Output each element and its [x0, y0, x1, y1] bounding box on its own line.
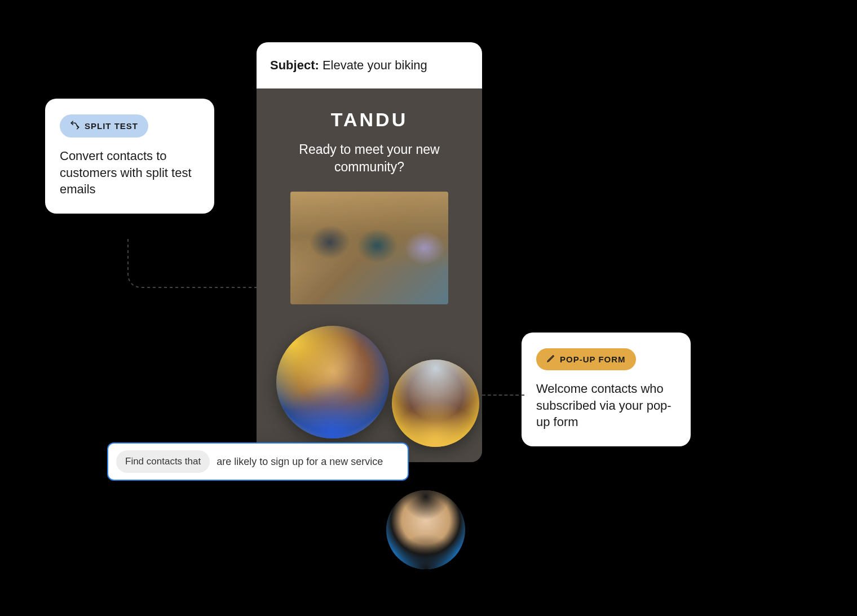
email-hero-image [290, 192, 448, 304]
search-prefix-chip: Find contacts that [116, 450, 210, 473]
contact-avatar-3 [386, 490, 465, 569]
search-query-text: are likely to sign up for a new service [217, 456, 383, 468]
connector-line-right [482, 395, 524, 396]
find-contacts-search[interactable]: Find contacts that are likely to sign up… [107, 442, 409, 481]
subject-text: Elevate your biking [323, 58, 427, 72]
email-headline: Ready to meet your new community? [270, 141, 469, 176]
popup-form-callout-text: Welcome contacts who subscribed via your… [536, 380, 676, 431]
split-test-chip-label: SPLIT TEST [85, 121, 138, 131]
contact-avatar-1 [276, 326, 389, 438]
email-subject-line: Subject: Elevate your biking [257, 42, 482, 88]
split-test-callout: SPLIT TEST Convert contacts to customers… [45, 99, 214, 214]
split-test-callout-text: Convert contacts to customers with split… [60, 148, 200, 198]
subject-label: Subject: [270, 58, 319, 72]
pencil-icon [546, 354, 555, 365]
popup-form-chip-label: POP-UP FORM [560, 354, 626, 364]
popup-form-chip: POP-UP FORM [536, 348, 636, 370]
split-test-chip: SPLIT TEST [60, 114, 148, 138]
marketing-composition: Subject: Elevate your biking TANDU Ready… [0, 0, 857, 616]
popup-form-callout: POP-UP FORM Welcome contacts who subscri… [522, 333, 691, 446]
brand-logo: TANDU [270, 109, 469, 131]
contact-avatar-2 [392, 360, 479, 447]
split-arrows-icon [70, 120, 80, 132]
connector-line-left [127, 239, 257, 290]
